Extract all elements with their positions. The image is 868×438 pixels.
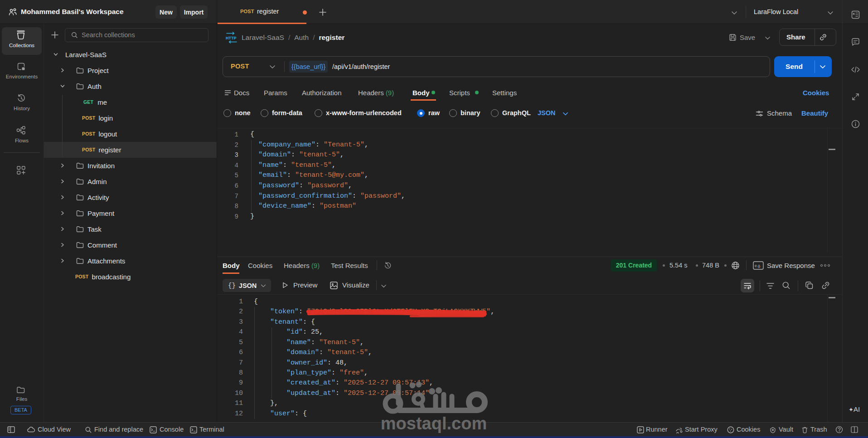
svg-text:e.g.: e.g.: [755, 263, 761, 268]
svg-text:HTTP: HTTP: [226, 36, 237, 40]
svg-text:mostaql.com: mostaql.com: [381, 414, 487, 433]
